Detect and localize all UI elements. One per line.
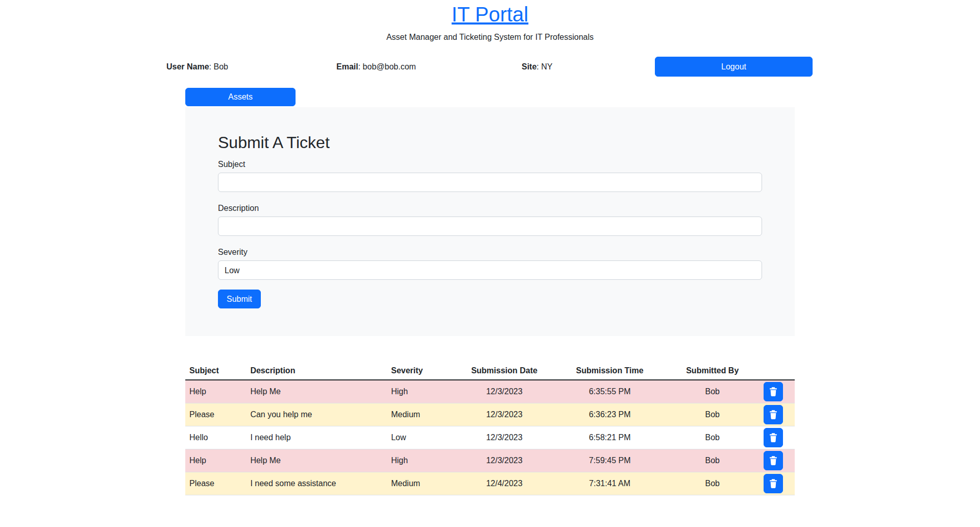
column-submission-date: Submission Date [462,362,546,380]
subject-label: Subject [218,159,762,169]
separator: : [358,62,363,71]
table-row: HelpHelp MeHigh12/3/20237:59:45 PMBob [185,449,795,472]
severity-select[interactable]: Low [218,260,762,280]
cell-date: 12/3/2023 [462,426,546,449]
cell-time: 6:36:23 PM [546,403,674,426]
cell-by: Bob [673,403,751,426]
description-label: Description [218,203,762,213]
cell-by: Bob [673,380,751,403]
page-subtitle: Asset Manager and Ticketing System for I… [0,32,980,42]
cell-time: 6:58:21 PM [546,426,674,449]
cell-severity: Medium [387,472,462,495]
separator: : [536,62,541,71]
column-subject: Subject [185,362,246,380]
cell-time: 7:31:41 AM [546,472,674,495]
cell-severity: Low [387,426,462,449]
email-field: Email: bob@bob.com [336,57,416,77]
column-description: Description [246,362,387,380]
trash-icon [769,387,778,396]
main-content: Assets Submit A Ticket Subject Descripti… [185,88,795,495]
panel-heading: Submit A Ticket [218,133,762,152]
delete-ticket-button[interactable] [764,405,783,424]
cell-severity: High [387,449,462,472]
table-header-row: Subject Description Severity Submission … [185,362,795,380]
cell-description: Help Me [246,449,387,472]
site-field: Site: NY [522,57,552,77]
tickets-table-body: HelpHelp MeHigh12/3/20236:35:55 PMBobPle… [185,380,795,495]
submit-ticket-button[interactable]: Submit [218,290,261,308]
severity-label: Severity [218,247,762,257]
email-value: bob@bob.com [363,62,416,71]
cell-subject: Hello [185,426,246,449]
delete-ticket-button[interactable] [764,451,783,470]
trash-icon [769,433,778,442]
cell-time: 7:59:45 PM [546,449,674,472]
cell-by: Bob [673,449,751,472]
user-name-label: User Name [166,62,209,71]
site-value: NY [541,62,552,71]
trash-icon [769,479,778,488]
delete-ticket-button[interactable] [764,428,783,447]
user-name-value: Bob [214,62,228,71]
trash-icon [769,456,778,465]
page-title-link[interactable]: IT Portal [452,3,528,26]
cell-actions [751,472,795,495]
trash-icon [769,410,778,419]
tickets-table: Subject Description Severity Submission … [185,362,795,495]
user-bar: User Name: Bob Email: bob@bob.com Site: … [0,57,980,77]
cell-description: I need some assistance [246,472,387,495]
cell-subject: Please [185,472,246,495]
table-row: PleaseCan you help meMedium12/3/20236:36… [185,403,795,426]
delete-ticket-button[interactable] [764,382,783,401]
cell-date: 12/3/2023 [462,449,546,472]
cell-actions [751,403,795,426]
cell-subject: Help [185,449,246,472]
cell-actions [751,426,795,449]
subject-input[interactable] [218,173,762,192]
column-severity: Severity [387,362,462,380]
logout-button[interactable]: Logout [655,57,813,77]
delete-ticket-button[interactable] [764,474,783,493]
column-submitted-by: Submitted By [673,362,751,380]
cell-subject: Please [185,403,246,426]
email-label: Email [336,62,358,71]
cell-severity: Medium [387,403,462,426]
cell-actions [751,449,795,472]
assets-nav-button[interactable]: Assets [185,88,296,106]
cell-subject: Help [185,380,246,403]
table-row: PleaseI need some assistanceMedium12/4/2… [185,472,795,495]
column-actions [751,362,795,380]
site-header: IT Portal Asset Manager and Ticketing Sy… [0,0,980,42]
separator: : [209,62,214,71]
column-submission-time: Submission Time [546,362,674,380]
cell-severity: High [387,380,462,403]
cell-date: 12/3/2023 [462,380,546,403]
cell-description: Help Me [246,380,387,403]
cell-by: Bob [673,472,751,495]
cell-description: Can you help me [246,403,387,426]
cell-by: Bob [673,426,751,449]
submit-ticket-panel: Submit A Ticket Subject Description Seve… [185,107,795,336]
description-input[interactable] [218,217,762,236]
user-name-field: User Name: Bob [166,57,228,77]
cell-date: 12/3/2023 [462,403,546,426]
table-row: HelloI need helpLow12/3/20236:58:21 PMBo… [185,426,795,449]
cell-date: 12/4/2023 [462,472,546,495]
cell-description: I need help [246,426,387,449]
cell-actions [751,380,795,403]
cell-time: 6:35:55 PM [546,380,674,403]
site-label: Site [522,62,536,71]
table-row: HelpHelp MeHigh12/3/20236:35:55 PMBob [185,380,795,403]
